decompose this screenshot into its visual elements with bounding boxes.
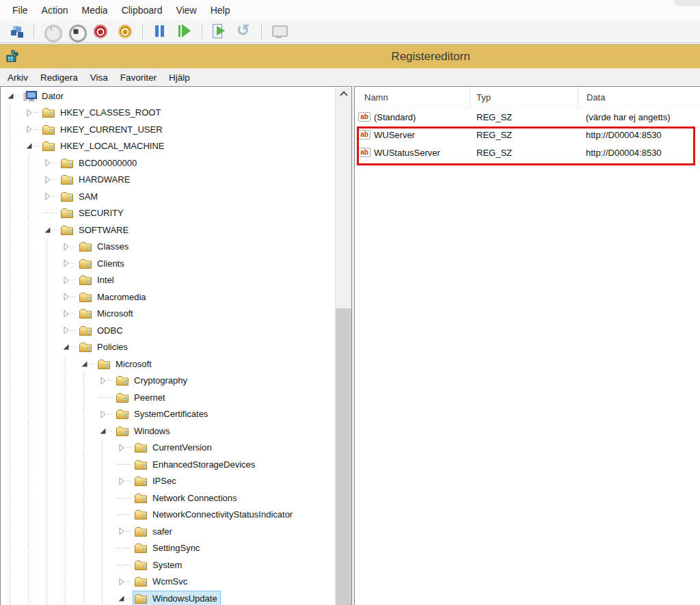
expander-icon[interactable] [98, 397, 107, 398]
expander-icon[interactable] [25, 142, 33, 150]
tree-item-systemcertificates[interactable]: SystemCertificates [1, 406, 334, 423]
expander-icon[interactable] [43, 192, 52, 201]
tree-item-microsoft[interactable]: Microsoft [1, 306, 334, 323]
expander-icon[interactable] [117, 527, 126, 536]
save-state-icon[interactable] [116, 23, 134, 40]
tree-scrollbar[interactable] [335, 88, 351, 605]
expander-icon[interactable] [6, 92, 15, 100]
regedit-menu-redigera[interactable]: Redigera [34, 72, 84, 83]
expander-icon[interactable] [25, 108, 33, 117]
toolbar-separator [142, 24, 143, 39]
expander-icon[interactable] [117, 565, 126, 565]
pause-icon[interactable] [151, 23, 169, 40]
value-row-wustatusserver[interactable]: ab WUStatusServer REG_SZ http://D00004:8… [355, 144, 700, 161]
column-header-data[interactable]: Data [578, 87, 700, 107]
tree-item-safer[interactable]: safer [1, 523, 334, 540]
resume-icon[interactable] [176, 23, 193, 40]
expander-icon[interactable] [62, 259, 70, 268]
regedit-menu-favoriter[interactable]: Favoriter [114, 72, 163, 83]
regedit-menu-visa[interactable]: Visa [84, 72, 114, 83]
power-start-icon[interactable] [42, 23, 60, 40]
value-row-standard[interactable]: ab (Standard) REG_SZ (värde har ej anget… [355, 108, 700, 126]
tree-item-ipsec[interactable]: IPSec [1, 473, 334, 490]
tree-item-dator[interactable]: Dator [1, 88, 334, 105]
tree-item-sam[interactable]: SAM [1, 188, 334, 205]
tree-item-security[interactable]: SECURITY [1, 205, 334, 222]
regedit-menu-hj-lp[interactable]: Hjälp [163, 72, 196, 83]
expander-icon[interactable] [98, 409, 107, 418]
tree-item-network-connections[interactable]: Network Connections [1, 489, 334, 507]
tree-item-clients[interactable]: Clients [1, 255, 334, 272]
vm-menu-help[interactable]: Help [204, 5, 237, 16]
expander-icon[interactable] [25, 125, 33, 134]
toolbar-separator [202, 24, 202, 39]
tree-item-windows[interactable]: Windows [1, 422, 334, 440]
enhanced-session-icon[interactable] [270, 23, 288, 40]
tree-item-intel[interactable]: Intel [1, 272, 334, 289]
regedit-titlebar[interactable]: Registereditorn [0, 44, 700, 68]
expander-icon[interactable] [62, 275, 70, 284]
tree-item-label: Macromedia [97, 292, 146, 302]
expander-icon[interactable] [117, 464, 126, 465]
vm-menu-file[interactable]: File [5, 5, 35, 16]
tree-item-hkey-classes-root[interactable]: HKEY_CLASSES_ROOT [1, 105, 334, 122]
checkpoint-icon[interactable] [211, 23, 228, 40]
expander-icon[interactable] [98, 376, 107, 385]
expander-icon[interactable] [43, 226, 52, 234]
tree-item-hkey-local-machine[interactable]: HKEY_LOCAL_MACHINE [1, 138, 334, 155]
vm-menu-action[interactable]: Action [35, 5, 75, 16]
expander-icon[interactable] [62, 242, 70, 251]
expander-icon[interactable] [62, 293, 70, 301]
turn-off-icon[interactable] [67, 23, 85, 40]
expander-icon[interactable] [117, 577, 126, 586]
expander-icon[interactable] [43, 159, 52, 167]
tree-item-cryptography[interactable]: Cryptography [1, 373, 334, 390]
tree-item-settingsync[interactable]: SettingSync [1, 540, 334, 557]
expander-icon[interactable] [43, 175, 52, 184]
vm-menu-media[interactable]: Media [75, 5, 114, 16]
expander-icon[interactable] [117, 476, 126, 485]
tree-item-classes[interactable]: Classes [1, 239, 334, 256]
vm-menu-view[interactable]: View [170, 5, 204, 16]
value-row-wuserver[interactable]: ab WUServer REG_SZ http://D00004:8530 [355, 126, 700, 144]
tree-item-windowsupdate[interactable]: WindowsUpdate [1, 590, 334, 605]
expander-icon[interactable] [43, 213, 52, 213]
column-header-typ[interactable]: Typ [470, 87, 578, 107]
expander-icon[interactable] [117, 548, 126, 548]
tree-item-hkey-current-user[interactable]: HKEY_CURRENT_USER [1, 121, 334, 138]
ctrl-alt-del-icon[interactable] [8, 23, 25, 40]
tree-item-currentversion[interactable]: CurrentVersion [1, 440, 334, 457]
value-type: REG_SZ [476, 112, 512, 122]
tree-item-peernet[interactable]: Peernet [1, 389, 334, 406]
expander-icon[interactable] [62, 309, 70, 318]
tree-connector [126, 565, 132, 565]
scrollbar-thumb[interactable] [336, 308, 351, 605]
expander-icon[interactable] [117, 594, 126, 603]
expander-icon[interactable] [62, 342, 70, 351]
tree-item-microsoft[interactable]: Microsoft [1, 355, 334, 373]
tree-item-macromedia[interactable]: Macromedia [1, 288, 334, 306]
scroll-up-button[interactable] [336, 88, 351, 101]
expander-icon[interactable] [117, 514, 126, 515]
tree-item-odbc[interactable]: ODBC [1, 322, 334, 339]
expander-icon[interactable] [117, 498, 126, 498]
tree-item-label: IPSec [152, 476, 176, 486]
expander-icon[interactable] [98, 427, 107, 435]
tree-item-policies[interactable]: Policies [1, 339, 334, 356]
tree-item-software[interactable]: SOFTWARE [1, 221, 334, 239]
revert-icon[interactable] [235, 23, 253, 40]
tree-connector [126, 598, 132, 599]
expander-icon[interactable] [117, 443, 126, 452]
regedit-menu-arkiv[interactable]: Arkiv [1, 72, 34, 83]
expander-icon[interactable] [80, 360, 89, 368]
tree-item-networkconnectivitystatusindicator[interactable]: NetworkConnectivityStatusIndicator [1, 507, 334, 524]
vm-menu-clipboard[interactable]: Clipboard [115, 5, 170, 16]
tree-item-enhancedstoragedevices[interactable]: EnhancedStorageDevices [1, 456, 334, 473]
tree-item-bcd00000000[interactable]: BCD00000000 [1, 154, 334, 172]
tree-item-wcmsvc[interactable]: WcmSvc [1, 574, 334, 591]
tree-item-system[interactable]: System [1, 556, 334, 574]
shut-down-icon[interactable] [92, 23, 109, 40]
tree-item-hardware[interactable]: HARDWARE [1, 172, 334, 189]
expander-icon[interactable] [62, 326, 70, 335]
column-header-namn[interactable]: Namn [355, 87, 470, 107]
